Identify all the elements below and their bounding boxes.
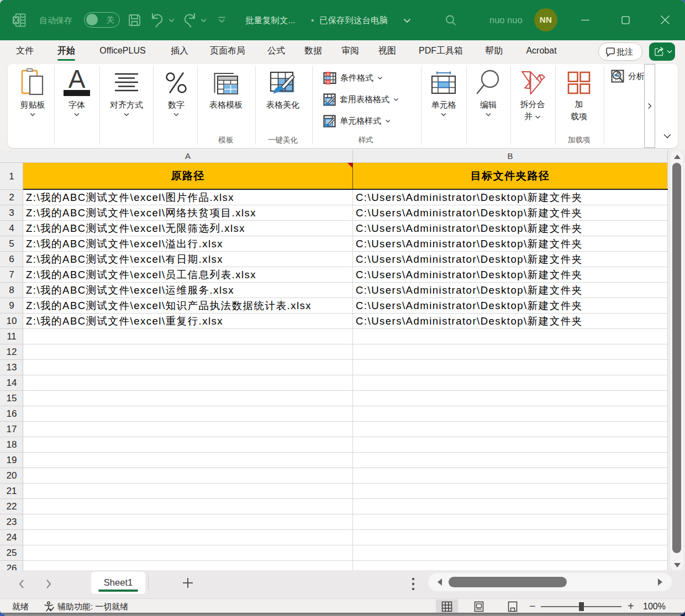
autosave-toggle[interactable]: 关 <box>84 12 120 28</box>
cell-B4[interactable]: C:\Users\Administrator\Desktop\新建文件夹 <box>353 221 668 236</box>
column-header-b[interactable]: B <box>353 150 668 163</box>
row-header-16[interactable]: 16 <box>0 406 23 422</box>
menu-tab-home[interactable]: 开始 <box>57 40 75 62</box>
cell-A20[interactable] <box>23 468 353 483</box>
cell-A2[interactable]: Z:\我的ABC测试文件\excel\图片作品.xlsx <box>23 190 353 205</box>
avatar[interactable]: NN <box>534 8 557 31</box>
cell-B16[interactable] <box>353 406 668 421</box>
scroll-right-icon[interactable] <box>657 578 663 586</box>
cell-A18[interactable] <box>23 437 353 452</box>
cell-B6[interactable]: C:\Users\Administrator\Desktop\新建文件夹 <box>353 252 668 267</box>
ribbon-item-format-as-table[interactable]: 套用表格格式 <box>323 91 399 108</box>
horizontal-scrollbar[interactable] <box>428 573 672 591</box>
cell-A24[interactable] <box>23 530 353 545</box>
ribbon-button-addins[interactable]: 加载项 <box>552 62 605 146</box>
menu-tab-formulas[interactable]: 公式 <box>267 40 285 62</box>
cell-B17[interactable] <box>353 422 668 437</box>
cell-B7[interactable]: C:\Users\Administrator\Desktop\新建文件夹 <box>353 267 668 282</box>
cell-A21[interactable] <box>23 484 353 498</box>
menu-tab-file[interactable]: 文件 <box>16 40 34 62</box>
redo-dropdown-icon[interactable] <box>201 18 207 23</box>
horizontal-scrollbar-thumb[interactable] <box>449 577 567 587</box>
menu-tab-pagelayout[interactable]: 页面布局 <box>210 40 245 62</box>
row-header-17[interactable]: 17 <box>0 422 23 437</box>
cell-B13[interactable] <box>353 360 668 375</box>
row-header-5[interactable]: 5 <box>0 236 23 252</box>
close-button[interactable] <box>660 15 670 25</box>
zoom-out-button[interactable]: − <box>529 599 536 614</box>
status-accessibility[interactable]: 辅助功能: 一切就绪 <box>57 599 128 614</box>
redo-icon[interactable] <box>182 13 197 28</box>
cell-A19[interactable] <box>23 453 353 468</box>
cell-A8[interactable]: Z:\我的ABC测试文件\excel\运维服务.xlsx <box>23 283 353 298</box>
header-cell-target[interactable]: 目标文件夹路径 <box>353 163 668 189</box>
ribbon-collapse-icon[interactable] <box>663 134 672 139</box>
cell-B19[interactable] <box>353 453 668 468</box>
cell-B14[interactable] <box>353 375 668 390</box>
cell-B10[interactable]: C:\Users\Administrator\Desktop\新建文件夹 <box>353 314 668 328</box>
cell-B20[interactable] <box>353 468 668 483</box>
cell-B18[interactable] <box>353 437 668 452</box>
cell-A11[interactable] <box>23 329 353 344</box>
cell-B21[interactable] <box>353 484 668 498</box>
ribbon-button-split-merge[interactable]: 拆分合并 <box>506 62 559 146</box>
ribbon-item-conditional-formatting[interactable]: 条件格式 <box>323 70 383 86</box>
cell-A14[interactable] <box>23 375 353 390</box>
cell-A16[interactable] <box>23 406 353 421</box>
cell-A17[interactable] <box>23 422 353 437</box>
share-button[interactable] <box>649 43 675 61</box>
cell-A5[interactable]: Z:\我的ABC测试文件\excel\溢出行.xlsx <box>23 236 353 251</box>
cells-area[interactable]: 原路径目标文件夹路径Z:\我的ABC测试文件\excel\图片作品.xlsxC:… <box>23 163 668 570</box>
view-page-break-button[interactable] <box>502 599 524 614</box>
cell-A4[interactable]: Z:\我的ABC测试文件\excel\无限筛选列.xlsx <box>23 221 353 236</box>
cell-B3[interactable]: C:\Users\Administrator\Desktop\新建文件夹 <box>353 205 668 220</box>
cell-B2[interactable]: C:\Users\Administrator\Desktop\新建文件夹 <box>353 190 668 205</box>
row-header-19[interactable]: 19 <box>0 453 23 468</box>
scroll-left-icon[interactable] <box>436 578 442 586</box>
cell-A26[interactable] <box>23 561 353 570</box>
row-header-15[interactable]: 15 <box>0 391 23 406</box>
zoom-slider-handle[interactable] <box>579 602 584 611</box>
cell-B22[interactable] <box>353 499 668 514</box>
row-header-20[interactable]: 20 <box>0 468 23 484</box>
row-header-12[interactable]: 12 <box>0 344 23 360</box>
row-header-14[interactable]: 14 <box>0 375 23 391</box>
title-dropdown-icon[interactable] <box>403 18 411 23</box>
cell-B11[interactable] <box>353 329 668 344</box>
header-cell-source[interactable]: 原路径 <box>23 163 353 189</box>
cell-A13[interactable] <box>23 360 353 375</box>
cell-B15[interactable] <box>353 391 668 406</box>
row-header-9[interactable]: 9 <box>0 298 23 314</box>
view-page-layout-button[interactable] <box>468 599 490 614</box>
vertical-scrollbar[interactable] <box>670 150 684 572</box>
row-header-7[interactable]: 7 <box>0 267 23 283</box>
cell-A6[interactable]: Z:\我的ABC测试文件\excel\有日期.xlsx <box>23 252 353 267</box>
menu-tab-insert[interactable]: 插入 <box>171 40 188 62</box>
row-header-2[interactable]: 2 <box>0 190 23 205</box>
row-header-25[interactable]: 25 <box>0 545 23 561</box>
document-title[interactable]: 批量复制文... <box>245 0 295 40</box>
row-header-11[interactable]: 11 <box>0 329 23 344</box>
cell-B26[interactable] <box>353 561 668 570</box>
cell-A25[interactable] <box>23 545 353 560</box>
cell-B12[interactable] <box>353 344 668 359</box>
column-header-a[interactable]: A <box>23 150 353 163</box>
cell-B25[interactable] <box>353 545 668 560</box>
cell-A12[interactable] <box>23 344 353 359</box>
undo-dropdown-icon[interactable] <box>168 18 175 23</box>
row-headers[interactable]: 1234567891011121314151617181920212223242… <box>0 163 23 570</box>
undo-icon[interactable] <box>150 13 165 28</box>
menu-tab-view[interactable]: 视图 <box>378 40 396 62</box>
row-header-10[interactable]: 10 <box>0 314 23 329</box>
scroll-up-icon[interactable] <box>673 154 681 160</box>
menu-tab-data[interactable]: 数据 <box>304 40 322 62</box>
ribbon-button-table-template[interactable]: 表格模板 <box>199 62 252 146</box>
cell-A22[interactable] <box>23 499 353 514</box>
zoom-level[interactable]: 100% <box>643 599 666 614</box>
view-normal-button[interactable] <box>436 599 458 614</box>
menu-tab-help[interactable]: 帮助 <box>485 40 503 62</box>
minimize-button[interactable] <box>581 15 590 25</box>
row-header-1[interactable]: 1 <box>0 163 23 190</box>
row-header-3[interactable]: 3 <box>0 205 23 221</box>
cell-A7[interactable]: Z:\我的ABC测试文件\excel\员工信息列表.xlsx <box>23 267 353 282</box>
